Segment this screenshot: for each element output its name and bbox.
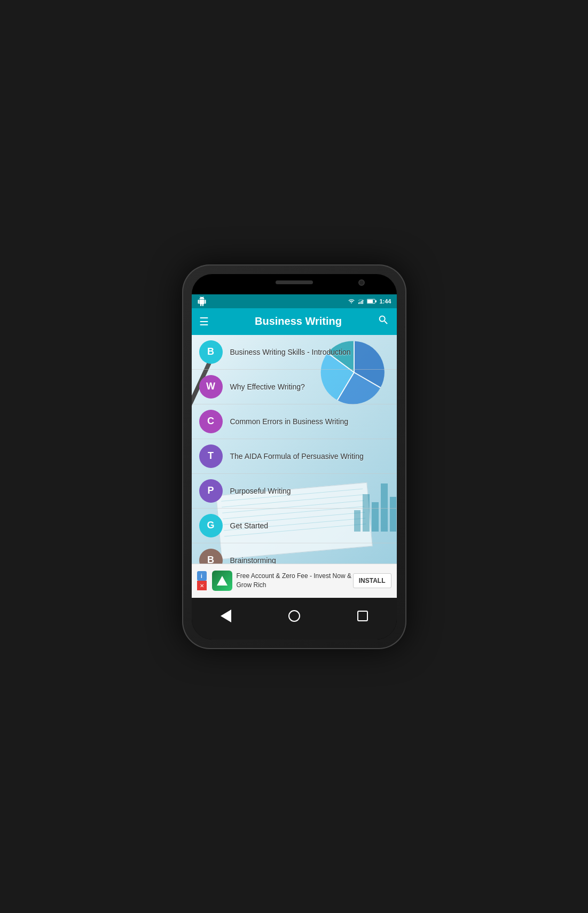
ad-install-button[interactable]: INSTALL (353, 573, 391, 588)
list-item-text: Get Started (230, 521, 269, 530)
menu-icon[interactable]: ☰ (199, 315, 209, 328)
avatar: B (199, 549, 223, 564)
list-item[interactable]: BBusiness Writing Skills - Introduction (192, 335, 397, 370)
list-item[interactable]: PPurposeful Writing (192, 474, 397, 509)
nav-recents-button[interactable] (353, 606, 372, 626)
recents-icon (357, 611, 368, 621)
nav-home-button[interactable] (285, 606, 304, 626)
avatar: G (199, 514, 223, 537)
list-item[interactable]: WWhy Effective Writing? (192, 370, 397, 404)
list-item[interactable]: CCommon Errors in Business Writing (192, 404, 397, 439)
list-item-text: Why Effective Writing? (230, 383, 305, 391)
content-area: BBusiness Writing Skills - IntroductionW… (192, 335, 397, 564)
avatar: W (199, 375, 223, 399)
svg-rect-5 (367, 300, 373, 303)
ad-logo (212, 571, 232, 591)
list-item[interactable]: TThe AIDA Formula of Persuasive Writing (192, 439, 397, 474)
svg-rect-6 (376, 300, 377, 302)
ad-info-icon: i (197, 571, 207, 581)
search-icon[interactable] (378, 314, 389, 329)
wifi-icon (348, 298, 355, 305)
list-item-text: Brainstorming (230, 556, 276, 564)
home-icon (288, 610, 300, 622)
ad-text: Free Account & Zero Fee - Invest Now & G… (237, 572, 353, 590)
svg-rect-0 (358, 302, 359, 304)
ad-banner[interactable]: i ✕ Free Account & Zero Fee - Invest Now… (192, 564, 397, 598)
app-title: Business Writing (219, 315, 378, 327)
ad-close-button[interactable]: ✕ (197, 581, 207, 590)
list-item[interactable]: BBrainstorming (192, 543, 397, 564)
phone-device: 1:44 ☰ Business Writing (182, 264, 406, 649)
list-item-text: Purposeful Writing (230, 487, 291, 495)
list-item[interactable]: GGet Started (192, 509, 397, 543)
list: BBusiness Writing Skills - IntroductionW… (192, 335, 397, 564)
time-display: 1:44 (379, 298, 391, 305)
phone-screen-container: 1:44 ☰ Business Writing (192, 274, 397, 639)
list-item-text: Common Errors in Business Writing (230, 417, 348, 426)
avatar: P (199, 479, 223, 503)
list-item-text: Business Writing Skills - Introduction (230, 348, 351, 356)
battery-icon (367, 298, 377, 305)
ad-logo-triangle (217, 576, 228, 586)
status-right: 1:44 (348, 298, 391, 305)
avatar: T (199, 444, 223, 468)
svg-rect-2 (361, 301, 362, 304)
speaker (276, 280, 313, 284)
status-left (197, 296, 207, 306)
status-bar: 1:44 (192, 294, 397, 308)
svg-rect-1 (360, 301, 361, 304)
avatar: B (199, 340, 223, 364)
svg-rect-3 (363, 300, 364, 304)
nav-back-button[interactable] (216, 606, 236, 626)
android-icon (197, 296, 207, 306)
app-bar: ☰ Business Writing (192, 308, 397, 335)
back-icon (221, 610, 231, 622)
avatar: C (199, 410, 223, 433)
list-item-text: The AIDA Formula of Persuasive Writing (230, 452, 364, 461)
signal-icon (358, 298, 364, 305)
camera (358, 279, 365, 286)
app-screen: 1:44 ☰ Business Writing (192, 294, 397, 598)
nav-bar (192, 598, 397, 639)
